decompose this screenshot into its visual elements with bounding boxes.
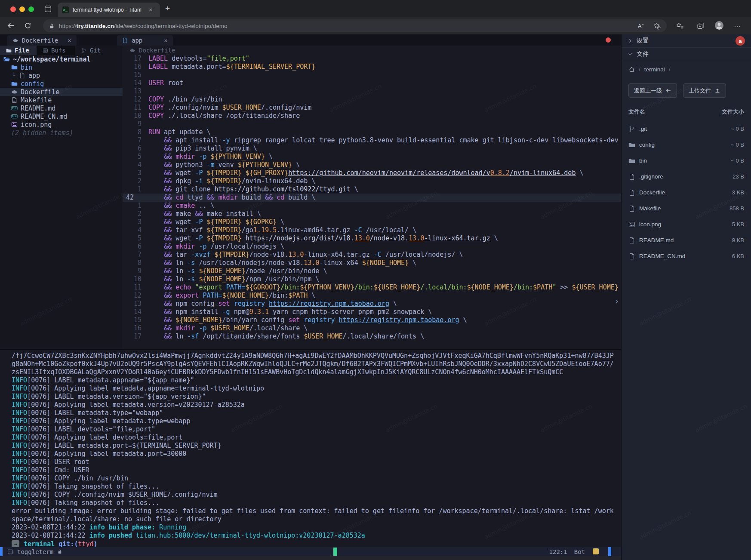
- file-row-readme-cn-md[interactable]: README_CN.md6 KB: [622, 248, 751, 264]
- line-number: 7: [123, 251, 148, 259]
- code-line[interactable]: 10 && ln -s ${NODE_HOME}/npm /usr/bin/np…: [123, 275, 621, 283]
- tree-item--2-hidden-items-[interactable]: (2 hidden items): [0, 129, 123, 137]
- tab-app[interactable]: app ×: [117, 35, 173, 46]
- tab-git[interactable]: Git: [75, 46, 114, 55]
- terminal-line: INFO[0076] Applying label metadata.appna…: [0, 385, 621, 393]
- tree-item-bin[interactable]: bin: [0, 63, 123, 71]
- code-lines[interactable]: 17LABEL devtools="file,port"16LABEL meta…: [123, 55, 621, 341]
- breadcrumb-dir[interactable]: terminal: [644, 66, 665, 73]
- tab-bufs[interactable]: Bufs: [37, 46, 75, 55]
- tree-item-readme-md[interactable]: README.md: [0, 104, 123, 112]
- code-line[interactable]: 9 && ln -s ${NODE_HOME}/node /usr/bin/no…: [123, 267, 621, 275]
- code-line-current[interactable]: 42 && cd ttyd && mkdir build && cd build…: [123, 194, 621, 202]
- code-line[interactable]: 4 && tar xvf ${TMPDIR}/go1.19.5.linux-am…: [123, 226, 621, 234]
- new-tab-button[interactable]: +: [165, 4, 170, 13]
- close-icon[interactable]: ×: [68, 37, 71, 44]
- tree-item-dockerfile[interactable]: Dockerfile: [0, 88, 123, 96]
- file-row-dockerfile[interactable]: Dockerfile3 KB: [622, 185, 751, 200]
- minimize-window-button[interactable]: [19, 6, 25, 12]
- line-number: 1: [123, 185, 148, 194]
- code-line[interactable]: 13 && npm config set registry https://re…: [123, 300, 621, 308]
- code-line[interactable]: 12 && export PATH=${NODE_HOME}/bin:$PATH…: [123, 292, 621, 300]
- code-line[interactable]: 7 && apt install -y ripgrep ranger lolca…: [123, 136, 621, 145]
- address-bar[interactable]: https://try.titanide.cn/ide/web/coding/t…: [43, 19, 667, 32]
- code-line[interactable]: 2 && dpkg -i ${TMPDIR}/nvim-linux64.deb …: [123, 177, 621, 185]
- back-icon[interactable]: [7, 22, 15, 30]
- text-size-icon[interactable]: A″: [638, 23, 643, 29]
- code-line[interactable]: 4 && python3 -m venv ${PYTHON_VENV} \: [123, 161, 621, 169]
- code-line[interactable]: 10COPY ./.local/share /opt/titanide/shar…: [123, 112, 621, 120]
- tree-item-makefile[interactable]: Makefile: [0, 96, 123, 104]
- terminal-line: INFO[0076] Applying label metadata.type=…: [0, 417, 621, 425]
- code-line[interactable]: 8 && ln -s /usr/local/nodejs/node-v18.13…: [123, 259, 621, 267]
- go-up-button[interactable]: 返回上一级: [628, 83, 677, 98]
- close-window-button[interactable]: [10, 6, 16, 12]
- terminal-line: INFO[0076] COPY ./config/nvim $USER_HOME…: [0, 491, 621, 499]
- code-line[interactable]: 16 && mkdir -p $USER_HOME/.local/share \: [123, 324, 621, 332]
- code-line[interactable]: 6 && mkdir -p /usr/local/nodejs \: [123, 243, 621, 251]
- tab-file[interactable]: File: [0, 46, 37, 55]
- profile-avatar[interactable]: [714, 20, 724, 31]
- sidebar-section-settings[interactable]: 设置 a: [622, 34, 751, 48]
- tree-item-config[interactable]: config: [0, 80, 123, 88]
- tree-item--workspace-terminal[interactable]: ~/workspace/terminal: [0, 55, 123, 63]
- code-line[interactable]: 16LABEL metadata.port=${TERMINAL_SERVER_…: [123, 63, 621, 71]
- code-line[interactable]: 5 && mkdir -p ${PYTHON_VENV} \: [123, 153, 621, 161]
- code-line[interactable]: 11COPY ./config/nvim $USER_HOME/.config/…: [123, 104, 621, 112]
- zoom-window-button[interactable]: [28, 6, 34, 12]
- code-line[interactable]: 15: [123, 71, 621, 79]
- code-line[interactable]: 7 && tar -xvzf ${TMPDIR}/node-v18.13.0-l…: [123, 251, 621, 259]
- terminal-panel[interactable]: /fj7CcwoCW7ZXBc3snKxZNYHpbh7uhwOvx2lsi4W…: [0, 349, 621, 547]
- code-editor[interactable]: Dockerfile 17LABEL devtools="file,port"1…: [123, 46, 621, 348]
- code-line[interactable]: 6 && pip3 install pynvim \: [123, 145, 621, 153]
- code-line[interactable]: 3 && wget -P ${TMPDIR} ${GH_PROXY}https:…: [123, 169, 621, 177]
- tab-git-label: Git: [90, 47, 101, 54]
- url-text[interactable]: https://try.titanide.cn/ide/web/coding/t…: [59, 23, 634, 29]
- file-row--git[interactable]: .git~ 0 B: [622, 121, 751, 137]
- code-line[interactable]: 14 && npm install -g npm@9.3.1 yarn cnpm…: [123, 308, 621, 316]
- tree-item-readme-cn-md[interactable]: README_CN.md: [0, 112, 123, 120]
- close-icon[interactable]: ×: [164, 37, 167, 44]
- code-line[interactable]: 11 && echo "export PATH=${GOROOT}/bin:${…: [123, 283, 621, 292]
- close-all-icon[interactable]: [606, 37, 611, 43]
- file-row-config[interactable]: config~ 0 B: [622, 137, 751, 153]
- tree-item-icon-png[interactable]: icon.png: [0, 120, 123, 129]
- file-row-bin[interactable]: bin~ 0 B: [622, 153, 751, 169]
- line-number: 1: [123, 202, 148, 210]
- add-favorite-icon[interactable]: [653, 22, 661, 30]
- tree-item-app[interactable]: └ app: [0, 71, 123, 80]
- code-line[interactable]: 13: [123, 87, 621, 95]
- code-line[interactable]: 8RUN apt update \: [123, 128, 621, 136]
- home-icon[interactable]: [628, 66, 635, 73]
- sidebar-section-files[interactable]: 文件: [622, 48, 751, 61]
- code-line[interactable]: 15 && ${NODE_HOME}/bin/yarn config set r…: [123, 316, 621, 324]
- file-row-makefile[interactable]: Makefile858 B: [622, 200, 751, 216]
- code-line[interactable]: 1 && cmake .. \: [123, 202, 621, 210]
- refresh-icon[interactable]: [24, 22, 31, 29]
- code-line[interactable]: 5 && wget -P ${TMPDIR} https://nodejs.or…: [123, 234, 621, 243]
- favorites-icon[interactable]: [676, 22, 684, 30]
- collections-icon[interactable]: [697, 22, 705, 30]
- tab-close-icon[interactable]: ×: [149, 7, 152, 13]
- code-line[interactable]: 3 && wget -P ${TMPDIR} ${GOPKG} \: [123, 218, 621, 226]
- more-menu-icon[interactable]: …: [734, 21, 741, 29]
- terminal-line: error building image: error building sta…: [0, 507, 621, 515]
- statusline-buffer-name: toggleterm: [17, 548, 53, 555]
- upload-file-button[interactable]: 上传文件: [683, 83, 726, 98]
- code-line[interactable]: 17 && ln -sf /opt/titanide/share/fonts $…: [123, 332, 621, 341]
- code-line[interactable]: 12COPY ./bin /usr/bin: [123, 95, 621, 104]
- file-row--gitignore[interactable]: .gitignore23 B: [622, 169, 751, 185]
- file-row-readme-md[interactable]: README.md9 KB: [622, 232, 751, 248]
- code-line[interactable]: 14USER root: [123, 79, 621, 87]
- code-line[interactable]: 17LABEL devtools="file,port": [123, 55, 621, 63]
- user-avatar[interactable]: a: [736, 36, 745, 46]
- scrollbar-thumb[interactable]: [608, 547, 611, 556]
- tab-overview-icon[interactable]: [44, 5, 52, 13]
- file-row-icon-png[interactable]: icon.png5 KB: [622, 216, 751, 232]
- code-line[interactable]: 2 && make && make install \: [123, 210, 621, 218]
- browser-tab[interactable]: >_ terminal-ttyd-wlotnipo - Titanl ×: [58, 3, 160, 17]
- code-line[interactable]: 9: [123, 120, 621, 128]
- panel-collapse-icon[interactable]: ›: [615, 296, 619, 306]
- code-line[interactable]: 1 && git clone https://github.com/tsl092…: [123, 185, 621, 194]
- tab-dockerfile[interactable]: Dockerfile ×: [7, 35, 77, 46]
